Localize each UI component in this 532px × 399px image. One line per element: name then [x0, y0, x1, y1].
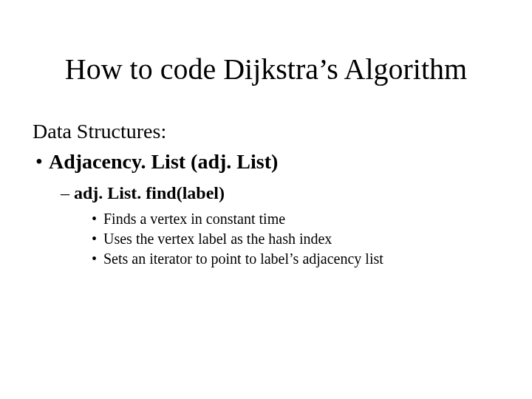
bullet-level-3-text: Sets an iterator to point to label’s adj…	[103, 250, 383, 267]
bullet-level-3-text: Uses the vertex label as the hash index	[103, 231, 332, 247]
bullet-level-2-text: adj. List. find(label)	[74, 183, 225, 202]
bullet-level-1-text: Adjacency. List (adj. List)	[49, 150, 278, 173]
bullet-level-3: •Finds a vertex in constant time	[33, 210, 505, 228]
slide-body: Data Structures: •Adjacency. List (adj. …	[33, 118, 505, 270]
bullet-level-2: –adj. List. find(label)	[33, 182, 505, 204]
bullet-level-3: •Sets an iterator to point to label’s ad…	[33, 250, 505, 268]
bullet-icon: •	[92, 250, 103, 268]
bullet-level-3-text: Finds a vertex in constant time	[103, 211, 285, 227]
slide: How to code Dijkstra’s Algorithm Data St…	[0, 0, 532, 399]
slide-title: How to code Dijkstra’s Algorithm	[0, 53, 532, 86]
bullet-icon: •	[92, 230, 103, 248]
intro-line: Data Structures:	[33, 118, 505, 144]
bullet-level-3: •Uses the vertex label as the hash index	[33, 230, 505, 248]
dash-icon: –	[61, 182, 74, 204]
bullet-icon: •	[35, 149, 49, 174]
bullet-icon: •	[92, 210, 103, 228]
bullet-level-1: •Adjacency. List (adj. List)	[33, 149, 505, 174]
